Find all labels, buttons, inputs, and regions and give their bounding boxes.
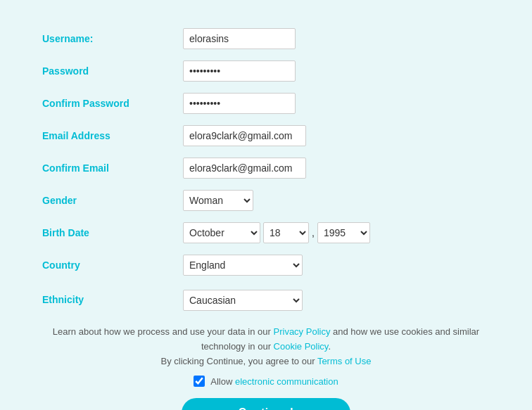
confirm-email-row: Confirm Email [42, 158, 490, 179]
terms-link[interactable]: Terms of Use [317, 356, 372, 366]
confirm-email-label: Confirm Email [42, 162, 183, 174]
cookie-policy-link[interactable]: Cookie Policy [274, 341, 329, 352]
country-label: Country [42, 260, 183, 271]
gender-row: Gender Man Woman Other [42, 190, 490, 211]
password-input[interactable] [183, 60, 296, 82]
username-row: Username: [42, 28, 490, 49]
birth-month-select[interactable]: January February March April May June Ju… [183, 222, 260, 243]
privacy-policy-link[interactable]: Privacy Policy [274, 326, 331, 337]
date-separator: , [312, 227, 315, 238]
birth-date-selects: January February March April May June Ju… [183, 222, 370, 243]
birth-year-select[interactable]: 2005 2004 2003 2002 2001 2000 1999 1998 … [317, 222, 370, 243]
ethnicity-label: Ethnicity [42, 290, 183, 305]
birth-day-select[interactable]: 123 456 789 101112 131415 161718 192021 … [263, 222, 309, 243]
registration-form: Username: Password Confirm Password Emai… [14, 14, 518, 410]
password-label: Password [42, 65, 183, 77]
confirm-password-label: Confirm Password [42, 97, 183, 110]
gender-select[interactable]: Man Woman Other [183, 190, 253, 211]
country-row: Country England United States Canada Aus… [42, 255, 490, 276]
confirm-password-row: Confirm Password [42, 93, 490, 114]
gender-label: Gender [42, 195, 183, 206]
ethnicity-select[interactable]: Caucasian African Asian Hispanic Other [183, 290, 303, 311]
username-input[interactable] [183, 28, 296, 49]
continue-button[interactable]: Continue! [182, 398, 350, 410]
password-row: Password [42, 60, 490, 82]
confirm-email-input[interactable] [183, 158, 306, 179]
communication-label[interactable]: Allow electronic communication [210, 376, 338, 387]
ethnicity-row: Ethnicity Caucasian African Asian Hispan… [42, 287, 490, 311]
email-input[interactable] [183, 125, 306, 146]
communication-checkbox-row: Allow electronic communication [42, 376, 490, 387]
username-label: Username: [42, 33, 183, 44]
privacy-text: Learn about how we process and use your … [42, 325, 490, 369]
birth-date-label: Birth Date [42, 227, 183, 238]
email-row: Email Address [42, 125, 490, 146]
email-label: Email Address [42, 130, 183, 141]
communication-checkbox[interactable] [194, 376, 205, 387]
electronic-communication-link[interactable]: electronic communication [235, 376, 338, 387]
privacy-text-line1: Learn about how we process and use your … [53, 326, 479, 352]
confirm-password-input[interactable] [183, 93, 296, 114]
privacy-text-line2: By clicking Continue, you agree to our T… [161, 356, 372, 366]
birth-date-row: Birth Date January February March April … [42, 222, 490, 243]
country-select[interactable]: England United States Canada Australia G… [183, 255, 303, 276]
